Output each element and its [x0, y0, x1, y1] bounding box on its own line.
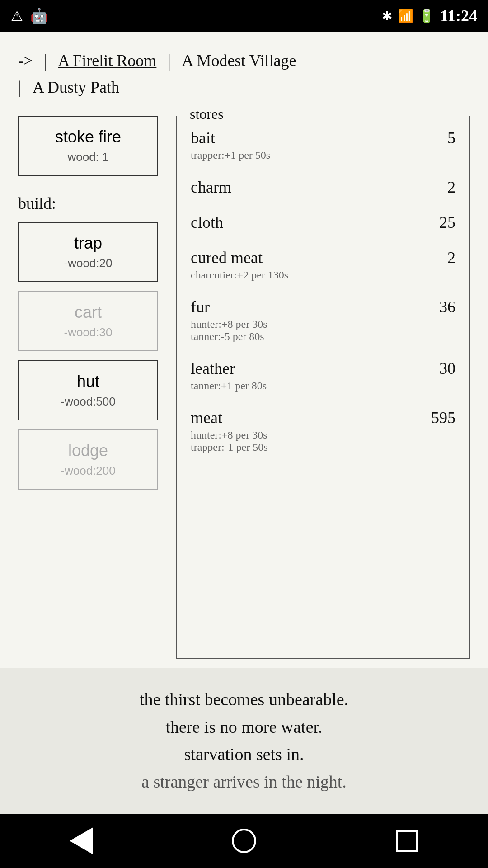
- main-content: stoke fire wood: 1 build: trap -wood:20 …: [0, 107, 488, 668]
- store-qty-bait: 5: [447, 128, 455, 147]
- back-button[interactable]: [63, 823, 99, 859]
- hut-title: hut: [77, 372, 99, 391]
- status-time: 11:24: [440, 6, 477, 25]
- store-name-cured-meat: cured meat: [191, 248, 263, 267]
- store-qty-cured-meat: 2: [447, 248, 455, 267]
- left-panel: stoke fire wood: 1 build: trap -wood:20 …: [18, 116, 158, 659]
- message-2: there is no more water.: [27, 713, 461, 741]
- lodge-sub: -wood:200: [61, 464, 115, 478]
- store-desc-cured-meat: charcutier:+2 per 130s: [191, 269, 455, 281]
- recents-button[interactable]: [389, 823, 425, 859]
- store-desc-fur: hunter:+8 per 30stanner:-5 per 80s: [191, 318, 455, 343]
- message-log: the thirst becomes unbearable. there is …: [0, 668, 488, 814]
- nav-firelit-room[interactable]: A Firelit Room: [58, 51, 156, 70]
- nav-row1: -> | A Firelit Room | A Modest Village: [18, 50, 470, 71]
- message-1: the thirst becomes unbearable.: [27, 686, 461, 713]
- nav-arrow: ->: [18, 51, 33, 70]
- store-qty-fur: 36: [439, 297, 455, 316]
- store-item-fur: fur 36 hunter:+8 per 30stanner:-5 per 80…: [177, 289, 469, 351]
- stoke-fire-button[interactable]: stoke fire wood: 1: [18, 116, 158, 176]
- nav-row2: | A Dusty Path: [18, 76, 470, 98]
- store-name-leather: leather: [191, 359, 235, 378]
- store-desc-meat: hunter:+8 per 30strapper:-1 per 50s: [191, 429, 455, 453]
- store-name-meat: meat: [191, 408, 222, 427]
- trap-button[interactable]: trap -wood:20: [18, 222, 158, 282]
- stoke-fire-title: stoke fire: [55, 127, 121, 146]
- bluetooth-icon: ✱: [382, 9, 392, 24]
- back-icon: [70, 827, 93, 854]
- stoke-fire-sub: wood: 1: [67, 150, 108, 164]
- store-qty-charm: 2: [447, 178, 455, 197]
- store-qty-meat: 595: [431, 408, 455, 427]
- cart-sub: -wood:30: [64, 326, 113, 340]
- warning-icon: ⚠: [11, 8, 23, 24]
- store-desc-bait: trapper:+1 per 50s: [191, 149, 455, 161]
- store-name-charm: charm: [191, 178, 231, 197]
- stores-header: stores: [186, 106, 227, 123]
- cart-button[interactable]: cart -wood:30: [18, 291, 158, 351]
- bottom-nav-bar: [0, 814, 488, 868]
- lodge-button[interactable]: lodge -wood:200: [18, 429, 158, 490]
- store-qty-cloth: 25: [439, 213, 455, 232]
- trap-title: trap: [74, 234, 102, 253]
- nav-sep3: |: [18, 76, 22, 98]
- store-name-cloth: cloth: [191, 213, 223, 232]
- android-icon: 🤖: [30, 7, 48, 24]
- stores-panel: stores bait 5 trapper:+1 per 50s charm 2…: [176, 116, 470, 659]
- build-label: build:: [18, 194, 158, 213]
- store-name-fur: fur: [191, 297, 210, 316]
- message-3: starvation sets in.: [27, 741, 461, 768]
- cart-title: cart: [75, 303, 102, 322]
- store-item-cured-meat: cured meat 2 charcutier:+2 per 130s: [177, 240, 469, 289]
- hut-button[interactable]: hut -wood:500: [18, 360, 158, 420]
- nav-modest-village[interactable]: A Modest Village: [182, 51, 296, 70]
- signal-icon: 📶: [398, 9, 413, 24]
- battery-icon: 🔋: [419, 9, 435, 24]
- trap-sub: -wood:20: [64, 256, 113, 270]
- store-item-charm: charm 2: [177, 170, 469, 205]
- store-item-leather: leather 30 tanner:+1 per 80s: [177, 351, 469, 400]
- navigation: -> | A Firelit Room | A Modest Village |…: [0, 32, 488, 107]
- nav-sep1: |: [43, 50, 47, 71]
- home-button[interactable]: [226, 823, 262, 859]
- nav-dusty-path[interactable]: A Dusty Path: [33, 78, 119, 97]
- recents-icon: [396, 830, 418, 852]
- hut-sub: -wood:500: [61, 395, 115, 409]
- store-desc-leather: tanner:+1 per 80s: [191, 380, 455, 392]
- home-icon: [232, 829, 256, 853]
- status-bar: ⚠ 🤖 ✱ 📶 🔋 11:24: [0, 0, 488, 32]
- message-4: a stranger arrives in the night.: [27, 768, 461, 796]
- status-bar-right: ✱ 📶 🔋 11:24: [382, 6, 477, 25]
- store-name-bait: bait: [191, 128, 215, 147]
- store-item-meat: meat 595 hunter:+8 per 30strapper:-1 per…: [177, 400, 469, 462]
- store-item-cloth: cloth 25: [177, 205, 469, 240]
- lodge-title: lodge: [68, 441, 108, 460]
- nav-sep2: |: [167, 50, 171, 71]
- status-bar-left: ⚠ 🤖: [11, 7, 48, 24]
- store-qty-leather: 30: [439, 359, 455, 378]
- store-item-bait: bait 5 trapper:+1 per 50s: [177, 120, 469, 170]
